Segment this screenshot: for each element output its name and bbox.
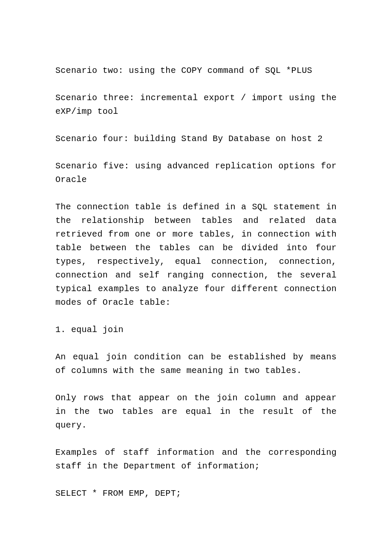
paragraph-scenario-four: Scenario four: building Stand By Databas… [55,132,337,146]
paragraph-rows-appear: Only rows that appear on the join column… [55,391,337,432]
paragraph-equal-join-heading: 1. equal join [55,323,337,337]
paragraph-examples-staff: Examples of staff information and the co… [55,446,337,473]
paragraph-scenario-two: Scenario two: using the COPY command of … [55,64,337,78]
paragraph-scenario-five: Scenario five: using advanced replicatio… [55,159,337,187]
paragraph-sql-select: SELECT * FROM EMP, DEPT; [55,487,337,500]
paragraph-scenario-three: Scenario three: incremental export / imp… [55,91,337,119]
paragraph-equal-join-condition: An equal join condition can be establish… [55,350,337,378]
paragraph-connection-table: The connection table is defined in a SQL… [55,200,337,309]
